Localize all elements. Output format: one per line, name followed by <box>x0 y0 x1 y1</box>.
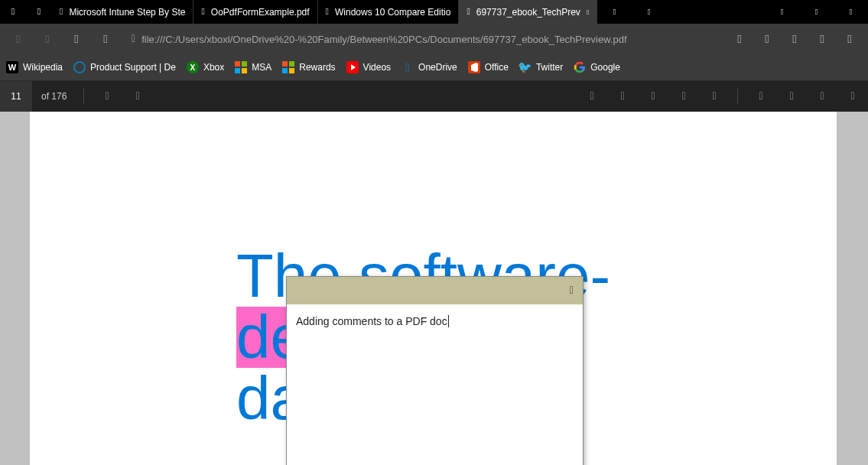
bookmark-label: Product Support | De <box>90 62 176 73</box>
svg-rect-2 <box>235 68 240 73</box>
bookmark-videos[interactable]: Videos <box>346 61 391 73</box>
svg-rect-6 <box>282 68 288 73</box>
pdf-icon:  <box>201 6 204 18</box>
refresh-button[interactable]:  <box>63 24 90 54</box>
bookmarks-bar: W Wikipedia Product Support | De X Xbox … <box>0 54 868 81</box>
page-total: of 176 <box>32 91 76 102</box>
bookmark-label: Xbox <box>203 62 224 73</box>
tab-label: OoPdfFormExample.pdf <box>211 7 310 18</box>
close-icon[interactable]:  <box>587 8 589 16</box>
tab-intune[interactable]:  Microsoft Intune Step By Ste <box>52 0 193 24</box>
bookmark-label: MSA <box>252 62 271 73</box>
forward-button[interactable]:  <box>34 24 61 54</box>
bookmark-rewards[interactable]: Rewards <box>282 61 335 73</box>
svg-rect-1 <box>242 61 247 67</box>
back-button[interactable]:  <box>5 24 32 54</box>
confirm-icon[interactable]:  <box>570 285 574 297</box>
contents-button[interactable]:  <box>92 81 122 112</box>
tab-label: Microsoft Intune Step By Ste <box>69 7 185 18</box>
tab-win10[interactable]:  Windows 10 Compare Editio <box>318 0 460 24</box>
home-button[interactable]:  <box>92 24 119 54</box>
zoom-out-button[interactable]:  <box>607 81 638 112</box>
search-button[interactable]:  <box>122 81 153 112</box>
tab-label: 697737_ebook_TechPrev <box>476 7 580 18</box>
pdf-viewport[interactable]: The software- defined datacenter Whether… <box>0 112 868 465</box>
cascade-icon[interactable]:  <box>0 0 26 24</box>
svg-rect-0 <box>235 61 240 67</box>
tab-strip:  Microsoft Intune Step By Ste  OoPdfFo… <box>52 0 597 24</box>
comment-popup[interactable]:  Adding comments to a PDF doc  <box>286 276 584 465</box>
bookmark-msa[interactable]: MSA <box>235 61 271 73</box>
page-number-input[interactable]: 11 <box>0 81 32 112</box>
bookmark-label: Google <box>590 62 620 73</box>
bookmark-label: Videos <box>363 62 391 73</box>
svg-rect-7 <box>289 68 294 73</box>
bookmark-product-support[interactable]: Product Support | De <box>73 61 176 73</box>
address-bar[interactable]:  file:///C:/Users/xboxl/OneDrive%20-%20… <box>125 27 720 51</box>
navbar:      file:///C:/Users/xboxl/OneDriv… <box>0 24 868 54</box>
xbox-icon: X <box>187 61 199 73</box>
bookmark-onedrive[interactable]:  OneDrive <box>401 61 457 73</box>
separator <box>737 89 738 104</box>
print-button[interactable]:  <box>776 81 807 112</box>
bookmark-wikipedia[interactable]: W Wikipedia <box>6 61 63 73</box>
notes-button[interactable]:  <box>781 24 808 54</box>
bookmark-office[interactable]: Office <box>468 61 509 73</box>
svg-marker-8 <box>351 64 356 70</box>
favorite-button[interactable]:  <box>726 24 753 54</box>
wikipedia-icon: W <box>6 61 18 73</box>
svg-marker-9 <box>471 63 478 72</box>
twitter-icon: 🐦 <box>519 61 532 73</box>
bookmark-label: OneDrive <box>418 62 457 73</box>
set-aside-icon[interactable]:  <box>26 0 52 24</box>
microsoft-icon <box>282 61 294 73</box>
url-text: file:///C:/Users/xboxl/OneDrive%20-%20Fa… <box>141 34 626 45</box>
new-tab-button[interactable]:  <box>597 0 632 24</box>
bookmark-xbox[interactable]: X Xbox <box>187 61 224 73</box>
info-icon:  <box>132 33 135 45</box>
comment-textarea[interactable]: Adding comments to a PDF doc <box>287 304 583 338</box>
comment-text: Adding comments to a PDF doc <box>296 315 449 327</box>
window-controls:    <box>765 0 868 24</box>
bookmark-twitter[interactable]: 🐦 Twitter <box>519 61 563 73</box>
zoom-in-button[interactable]:  <box>638 81 668 112</box>
share-button[interactable]:  <box>808 24 836 54</box>
tab-label: Windows 10 Compare Editio <box>335 7 450 18</box>
more-button[interactable]:  <box>836 24 863 54</box>
pdf-icon:  <box>60 6 63 18</box>
fit-page-button[interactable]:  <box>577 81 607 112</box>
microsoft-icon <box>235 61 247 73</box>
svg-rect-5 <box>289 61 294 67</box>
svg-rect-4 <box>282 61 288 67</box>
bookmark-label: Office <box>485 62 509 73</box>
close-button[interactable]:  <box>834 0 868 24</box>
bookmark-google[interactable]: Google <box>574 61 620 73</box>
youtube-icon <box>346 61 359 73</box>
bookmark-label: Wikipedia <box>23 62 63 73</box>
dell-icon <box>73 61 86 73</box>
layout-button[interactable]:  <box>699 81 730 112</box>
tab-ebook[interactable]:  697737_ebook_TechPrev  <box>459 0 597 24</box>
titlebar:    Microsoft Intune Step By Ste  OoP… <box>0 0 868 24</box>
bookmark-label: Twitter <box>536 62 563 73</box>
bookmark-label: Rewards <box>299 62 335 73</box>
navbar-right:      <box>726 24 863 54</box>
separator <box>83 89 84 104</box>
onedrive-icon:  <box>401 61 414 73</box>
read-aloud-button[interactable]:  <box>746 81 776 112</box>
svg-rect-3 <box>242 68 247 73</box>
favorites-hub-button[interactable]:  <box>753 24 781 54</box>
pdf-toolbar: 11 of 176            <box>0 81 868 112</box>
save-button[interactable]:  <box>807 81 837 112</box>
rotate-button[interactable]:  <box>668 81 699 112</box>
pdf-icon:  <box>467 6 470 18</box>
maximize-button[interactable]:  <box>799 0 834 24</box>
tab-actions:   <box>597 0 666 24</box>
comment-header:  <box>287 277 583 304</box>
minimize-button[interactable]:  <box>765 0 799 24</box>
pdf-icon:  <box>326 6 329 18</box>
tab-oopdf[interactable]:  OoPdfFormExample.pdf <box>193 0 317 24</box>
tab-preview-button[interactable]:  <box>632 0 666 24</box>
office-icon <box>468 61 480 73</box>
save-as-button[interactable]:  <box>837 81 868 112</box>
